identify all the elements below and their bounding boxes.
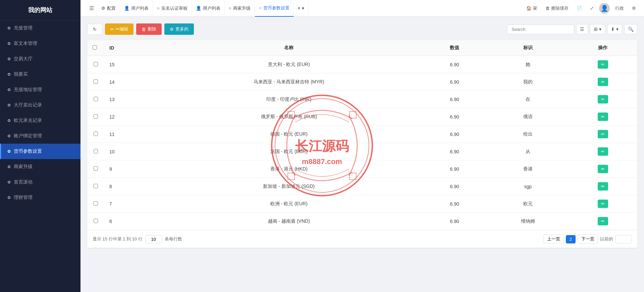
sidebar-item-label: 充值地址管理 — [14, 87, 42, 93]
cell-action: ✏ — [568, 56, 637, 73]
row-checkbox[interactable] — [94, 79, 98, 84]
avatar[interactable]: 👤 — [599, 3, 610, 14]
row-edit-button[interactable]: ✏ — [598, 182, 608, 191]
topnav-user-list-1[interactable]: 👤 用户列表 — [120, 0, 153, 17]
sidebar-logo: 我的网站 — [0, 0, 80, 20]
topnav-config-label: 配置 — [107, 5, 116, 11]
row-edit-button[interactable]: ✏ — [598, 130, 608, 138]
refresh-icon: ↻ — [93, 27, 97, 32]
row-edit-button[interactable]: ✏ — [598, 113, 608, 121]
settings-button[interactable]: ⚙ — [629, 6, 639, 11]
row-checkbox[interactable] — [94, 219, 98, 223]
row-checkbox[interactable] — [94, 184, 98, 188]
search-input[interactable] — [507, 24, 574, 34]
search-button[interactable]: 🔍 — [624, 24, 637, 34]
row-checkbox[interactable] — [94, 132, 98, 136]
row-edit-button[interactable]: ✏ — [598, 200, 608, 208]
settings-icon: ⚙ — [632, 6, 636, 11]
list-view-button[interactable]: ☰ — [576, 24, 588, 34]
sidebar-item-currency-settings[interactable]: 货币参数设置 — [0, 144, 80, 159]
topnav-currency[interactable]: ○ 货币参数设置 — [255, 0, 294, 17]
cell-tag: 香港 — [487, 160, 568, 178]
expand-icon: ⤢ — [590, 6, 594, 11]
gear-icon: ⚙ — [101, 6, 105, 11]
topnav-config[interactable]: ⚙ 配置 — [97, 0, 120, 17]
col-tag: 标识 — [487, 40, 568, 56]
doc-button[interactable]: 📄 — [574, 6, 585, 11]
cell-action: ✏ — [568, 108, 637, 126]
circle-icon: ○ — [157, 6, 160, 11]
sidebar-item-label: 商家升级 — [14, 164, 33, 170]
sidebar-item-finance[interactable]: 理财管理 — [0, 190, 80, 205]
per-page-suffix: 条每行数 — [165, 236, 182, 242]
refresh-button[interactable]: ↻ — [87, 24, 102, 35]
main-content: ☰ ⚙ 配置 👤 用户列表 ○ 实名认证审核 👤 用户列表 ○ 商家升级 ○ 货… — [80, 0, 644, 292]
cell-tag: 欧元 — [487, 195, 568, 213]
chevron-down-icon: ▾ — [302, 6, 304, 11]
edit-button[interactable]: ✏ ✏编辑 — [105, 23, 133, 35]
col-id: ID — [104, 40, 156, 56]
row-checkbox[interactable] — [94, 62, 98, 66]
row-checkbox[interactable] — [94, 97, 98, 101]
row-checkbox[interactable] — [94, 149, 98, 153]
sidebar-item-label: 充值管理 — [14, 25, 33, 31]
row-checkbox[interactable] — [94, 166, 98, 171]
cell-tag: 我的 — [487, 73, 568, 91]
prev-page-button[interactable]: 上一页 — [543, 234, 564, 244]
row-edit-button[interactable]: ✏ — [598, 165, 608, 173]
clear-cache-button[interactable]: 🗑 擦除缓存 — [543, 5, 571, 11]
row-checkbox[interactable] — [94, 114, 98, 119]
cell-name: 印度 - 印度卢比 (INR) — [156, 91, 422, 108]
topnav-more[interactable]: ≡ ▾ — [294, 0, 309, 17]
sidebar-item-homepage-scroll[interactable]: 首页滚动 — [0, 174, 80, 190]
row-edit-button[interactable]: ✏ — [598, 78, 608, 86]
home-button[interactable]: 🏠 家 — [524, 5, 540, 11]
cell-tag: sgp — [487, 178, 568, 195]
export-button[interactable]: ⬇ ▾ — [607, 24, 622, 34]
go-page-label: 以前的 — [600, 236, 613, 242]
cell-tag: 她 — [487, 56, 568, 73]
cell-action: ✏ — [568, 160, 637, 178]
cell-action: ✏ — [568, 195, 637, 213]
sidebar-item-merchant-upgrade[interactable]: 商家升级 — [0, 159, 80, 174]
topnav-realname[interactable]: ○ 实名认证审核 — [153, 0, 192, 17]
sidebar-item-recharge-addr[interactable]: 充值地址管理 — [0, 82, 80, 97]
hamburger-icon[interactable]: ☰ — [86, 5, 97, 11]
delete-button[interactable]: 🗑 删除 — [136, 23, 162, 35]
topnav-merchant[interactable]: ○ 商家升级 — [225, 0, 255, 17]
cell-name: 马来西亚 - 马来西亚林吉特 (MYR) — [156, 73, 422, 91]
current-page-button[interactable]: 2 — [566, 235, 576, 243]
sidebar-item-richtext[interactable]: 富文本管理 — [0, 36, 80, 51]
table-header: ID 名称 数值 标识 操作 — [87, 40, 637, 56]
topnav-user-list-2[interactable]: 👤 用户列表 — [192, 0, 225, 17]
dot-icon — [8, 119, 10, 122]
circle-icon-2: ○ — [229, 6, 231, 11]
table-row: 13 印度 - 印度卢比 (INR) 6.90 在 ✏ — [87, 91, 637, 108]
row-checkbox[interactable] — [94, 201, 98, 206]
cell-id: 15 — [104, 56, 156, 73]
sidebar-item-account-bind[interactable]: 账户绑定管理 — [0, 128, 80, 144]
select-all-checkbox[interactable] — [93, 45, 97, 50]
home-icon: 🏠 — [526, 6, 532, 11]
row-edit-button[interactable]: ✏ — [598, 95, 608, 103]
cell-id: 6 — [104, 213, 156, 230]
sidebar-item-sell-record[interactable]: 大厅卖出记录 — [0, 97, 80, 113]
row-edit-button[interactable]: ✏ — [598, 217, 608, 225]
username-label: 行政 — [615, 5, 624, 11]
go-page-input[interactable] — [615, 235, 632, 243]
sidebar-item-recharge[interactable]: 充值管理 — [0, 20, 80, 36]
sidebar-item-trade-hall[interactable]: 交易大厅 — [0, 51, 80, 67]
expand-button[interactable]: ⤢ — [587, 6, 596, 11]
sidebar-item-buy[interactable]: 我要买 — [0, 67, 80, 82]
grid-view-button[interactable]: ⊞ ▾ — [590, 24, 605, 34]
row-edit-button[interactable]: ✏ — [598, 147, 608, 156]
next-page-button[interactable]: 下一页 — [578, 234, 598, 244]
clear-label: 擦除缓存 — [551, 5, 569, 11]
row-edit-button[interactable]: ✏ — [598, 60, 608, 69]
more-button[interactable]: ⚙ 更多的 — [164, 23, 194, 35]
sidebar-item-euro-record[interactable]: 欧元承兑记录 — [0, 113, 80, 128]
username[interactable]: 行政 — [612, 5, 627, 11]
table-row: 15 意大利 - 欧元 (EUR) 6.90 她 ✏ — [87, 56, 637, 73]
per-page-input[interactable] — [145, 235, 162, 243]
dot-icon — [8, 165, 10, 168]
